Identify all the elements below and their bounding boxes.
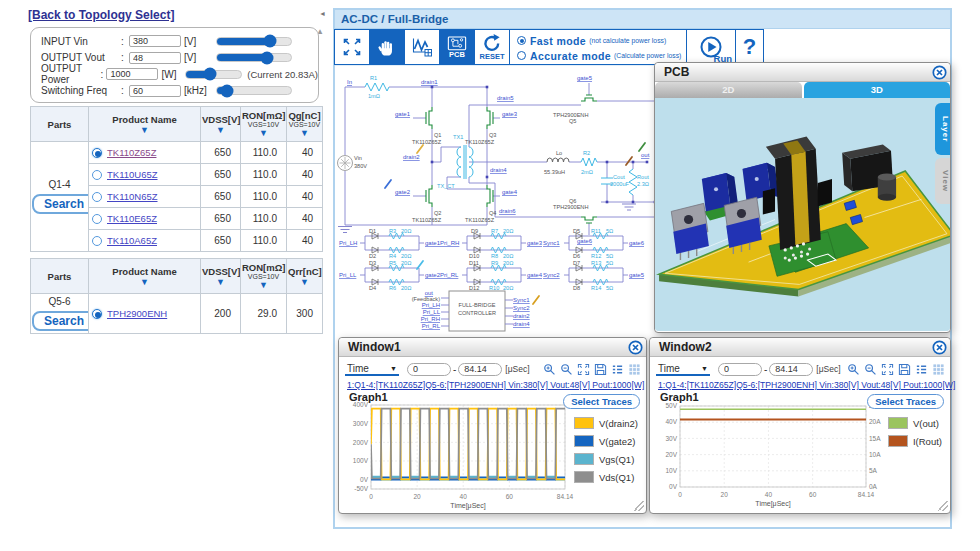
product-link[interactable]: TK110E65Z (107, 213, 157, 224)
close-icon[interactable] (932, 65, 947, 80)
product-link[interactable]: TK110A65Z (107, 235, 157, 246)
sort-icon[interactable]: ▼ (202, 125, 239, 135)
pcb-window[interactable]: PCB 2D 3D (654, 62, 951, 333)
resize-handle[interactable] (938, 501, 948, 511)
net-label[interactable]: drain5 (497, 95, 514, 101)
config-link[interactable]: 1:Q1-4:[TK110Z65Z]Q5-6:[TPH2900ENH] Vin:… (658, 380, 955, 390)
pcb-3d-viewport[interactable]: Layer View (655, 98, 950, 331)
net-label[interactable]: Pri_RL (422, 323, 441, 329)
net-label[interactable]: gate4 (502, 189, 518, 195)
slider-knob[interactable] (204, 68, 217, 81)
waveform-chart-1[interactable]: 400V300V200V100V0V-50V020406084.14Time[μ… (341, 401, 585, 511)
legend-item[interactable]: V(out) (888, 414, 942, 432)
range-from-input[interactable] (407, 363, 451, 376)
net-label[interactable]: gate6 (577, 238, 593, 244)
net-label[interactable]: gate3 (502, 111, 518, 117)
net-label[interactable]: drain4 (513, 321, 530, 327)
net-label[interactable]: gate1 (395, 111, 411, 117)
range-from-input[interactable] (718, 363, 762, 376)
select-traces-icon[interactable] (915, 363, 928, 376)
net-label[interactable]: In (347, 79, 352, 85)
net-label[interactable]: Pri_LH (422, 302, 440, 308)
back-to-topology-link[interactable]: [Back to Topology Select] (28, 8, 174, 22)
run-button[interactable]: Run (686, 29, 736, 65)
sort-icon[interactable]: ▼ (242, 128, 285, 138)
fullscreen-icon[interactable] (577, 363, 590, 376)
pan-hand-button[interactable] (369, 29, 405, 65)
search-button[interactable]: Search (32, 311, 89, 331)
save-icon[interactable] (898, 363, 911, 376)
net-label[interactable]: gate5 (629, 272, 645, 278)
range-to-input[interactable] (458, 363, 502, 376)
net-label[interactable]: Pri_RL (440, 272, 459, 278)
slider-knob[interactable] (261, 51, 274, 64)
net-label[interactable]: gate6 (629, 240, 645, 246)
zoom-out-icon[interactable] (560, 363, 573, 376)
slider-knob[interactable] (264, 35, 277, 48)
pcb-view-button[interactable]: PCB (439, 29, 475, 65)
parameter-input[interactable] (129, 35, 181, 47)
tab-layer[interactable]: Layer (935, 103, 950, 155)
close-icon[interactable] (932, 340, 947, 355)
collapse-panel-icon[interactable]: ◄ (319, 10, 326, 17)
net-label[interactable]: out (641, 152, 650, 158)
tab-2d[interactable]: 2D (655, 82, 802, 98)
parameter-input[interactable] (106, 68, 158, 80)
product-radio[interactable] (92, 192, 102, 202)
fast-mode-option[interactable]: Fast mode (not calculate power loss) (517, 33, 682, 48)
axis-select[interactable]: Time▼ (345, 363, 399, 376)
close-icon[interactable] (628, 340, 643, 355)
net-label[interactable]: drain4 (490, 167, 507, 173)
net-label[interactable]: drain2 (513, 313, 530, 319)
product-link[interactable]: TK110Z65Z (107, 147, 156, 158)
legend-item[interactable]: Vgs(Q1) (574, 450, 638, 468)
net-label[interactable]: gate1 (425, 240, 441, 246)
legend-item[interactable]: V(gate2) (574, 432, 638, 450)
parameter-input[interactable] (129, 52, 181, 64)
fast-mode-radio[interactable] (517, 36, 526, 45)
waveform-button[interactable] (404, 29, 440, 65)
parameter-slider[interactable] (185, 70, 242, 79)
slider-knob[interactable] (221, 84, 234, 97)
legend-item[interactable]: V(drain2) (574, 414, 638, 432)
legend-item[interactable]: Vds(Q1) (574, 468, 638, 486)
net-label[interactable]: Sync2 (513, 305, 530, 311)
sort-icon[interactable]: ▼ (288, 277, 321, 287)
net-label[interactable]: gate5 (577, 75, 593, 81)
net-label[interactable]: drain1 (421, 79, 438, 85)
fit-screen-button[interactable] (334, 29, 370, 65)
legend-item[interactable]: I(Rout) (888, 432, 942, 450)
tab-view[interactable]: View (935, 158, 950, 204)
net-label[interactable]: Pri_LL (339, 272, 357, 278)
net-label[interactable]: Sync2 (543, 272, 560, 278)
select-traces-button[interactable]: Select Traces (563, 394, 640, 409)
waveform-chart-2[interactable]: 50V40V30V20V10V0V25A20A15A10A5A0A0204060… (652, 401, 904, 511)
net-label[interactable]: drain6 (499, 208, 516, 214)
accurate-mode-radio[interactable] (517, 51, 526, 60)
save-icon[interactable] (594, 363, 607, 376)
fullscreen-icon[interactable] (881, 363, 894, 376)
zoom-in-icon[interactable] (847, 363, 860, 376)
product-radio[interactable] (92, 214, 102, 224)
window1-titlebar[interactable]: Window1 (339, 338, 646, 357)
zoom-in-icon[interactable] (543, 363, 556, 376)
net-label[interactable]: gate4 (527, 272, 543, 278)
sort-icon[interactable]: ▼ (242, 280, 285, 290)
config-link[interactable]: 1:Q1-4:[TK110Z65Z]Q5-6:[TPH2900ENH] Vin:… (347, 380, 644, 390)
net-label[interactable]: Pri_LH (339, 240, 357, 246)
search-button[interactable]: Search (32, 194, 89, 214)
net-label[interactable]: drain2 (403, 154, 420, 160)
sort-icon[interactable]: ▼ (288, 128, 321, 138)
net-label[interactable]: gate3 (527, 240, 543, 246)
accurate-mode-option[interactable]: Accurate mode (Calculate power loss) (517, 48, 682, 63)
net-label[interactable]: Sync1 (543, 240, 560, 246)
range-to-input[interactable] (769, 363, 813, 376)
reset-button[interactable]: RESET (474, 29, 510, 65)
product-radio[interactable] (92, 309, 102, 319)
product-link[interactable]: TK110U65Z (107, 169, 158, 180)
parameter-input[interactable] (129, 85, 181, 97)
net-label[interactable]: gate2 (425, 272, 441, 278)
grid-icon[interactable] (932, 363, 945, 376)
net-label[interactable]: Pri_RH (440, 240, 459, 246)
net-label[interactable]: Sync1 (513, 297, 530, 303)
